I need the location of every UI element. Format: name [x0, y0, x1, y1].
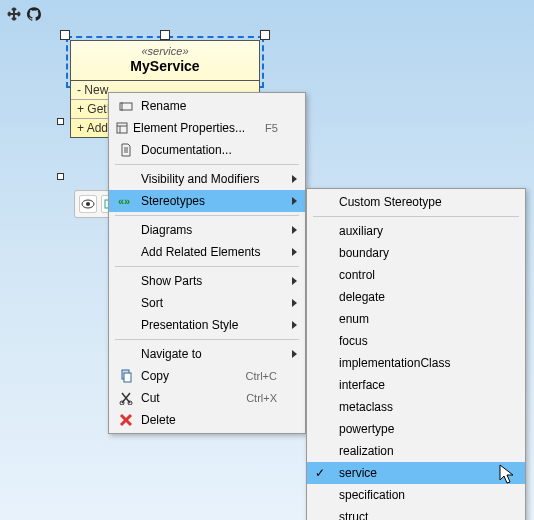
submenu-item-metaclass[interactable]: metaclass [307, 396, 525, 418]
icon-slot-empty [313, 330, 335, 352]
icon-slot-empty [313, 396, 335, 418]
submenu-arrow-icon [292, 248, 297, 256]
submenu-item-interface[interactable]: interface [307, 374, 525, 396]
menu-separator [115, 339, 299, 340]
submenu-item-powertype[interactable]: powertype [307, 418, 525, 440]
canvas-mini-toolbar [6, 6, 42, 22]
palette-eye-icon[interactable] [79, 195, 97, 213]
menu-item-add-related-elements[interactable]: Add Related Elements [109, 241, 305, 263]
resize-handle-ne[interactable] [260, 30, 270, 40]
submenu-item-boundary[interactable]: boundary [307, 242, 525, 264]
svg-rect-4 [117, 123, 127, 133]
submenu-item-implementationclass[interactable]: implementationClass [307, 352, 525, 374]
submenu-item-auxiliary[interactable]: auxiliary [307, 220, 525, 242]
menu-item-label: realization [339, 444, 497, 458]
menu-item-shortcut: Ctrl+C [246, 370, 277, 382]
submenu-item-custom-stereotype[interactable]: Custom Stereotype [307, 191, 525, 213]
menu-item-label: interface [339, 378, 497, 392]
icon-slot-empty [115, 292, 137, 314]
menu-item-label: auxiliary [339, 224, 497, 238]
menu-item-label: service [339, 466, 497, 480]
menu-item-rename[interactable]: Rename [109, 95, 305, 117]
menu-item-label: Stereotypes [141, 194, 277, 208]
submenu-arrow-icon [292, 277, 297, 285]
icon-slot-empty [115, 270, 137, 292]
menu-item-documentation[interactable]: Documentation... [109, 139, 305, 161]
menu-item-delete[interactable]: Delete [109, 409, 305, 431]
resize-handle-nw[interactable] [60, 30, 70, 40]
menu-item-label: boundary [339, 246, 497, 260]
icon-slot-empty [313, 418, 335, 440]
icon-slot-empty [115, 314, 137, 336]
menu-item-visibility-and-modifiers[interactable]: Visibility and Modifiers [109, 168, 305, 190]
menu-item-label: Visibility and Modifiers [141, 172, 277, 186]
menu-item-label: Sort [141, 296, 277, 310]
submenu-arrow-icon [292, 299, 297, 307]
icon-slot-empty [115, 343, 137, 365]
menu-item-element-properties[interactable]: Element Properties...F5 [109, 117, 305, 139]
context-menu: RenameElement Properties...F5Documentati… [108, 92, 306, 434]
stereo-icon: «» [115, 190, 137, 212]
menu-item-navigate-to[interactable]: Navigate to [109, 343, 305, 365]
submenu-item-service[interactable]: ✓service [307, 462, 525, 484]
menu-item-shortcut: F5 [265, 122, 278, 134]
menu-item-label: Presentation Style [141, 318, 277, 332]
resize-handle-w[interactable] [57, 118, 64, 125]
menu-separator [115, 266, 299, 267]
icon-slot-empty [115, 241, 137, 263]
icon-slot-empty [313, 242, 335, 264]
menu-item-label: focus [339, 334, 497, 348]
icon-slot-empty [115, 168, 137, 190]
move-icon[interactable] [6, 6, 22, 22]
resize-handle-n[interactable] [160, 30, 170, 40]
icon-slot-empty [313, 264, 335, 286]
menu-item-label: Add Related Elements [141, 245, 277, 259]
submenu-item-focus[interactable]: focus [307, 330, 525, 352]
delete-icon [115, 409, 137, 431]
submenu-item-struct[interactable]: struct [307, 506, 525, 520]
submenu-item-realization[interactable]: realization [307, 440, 525, 462]
menu-item-label: Copy [141, 369, 226, 383]
menu-item-diagrams[interactable]: Diagrams [109, 219, 305, 241]
submenu-item-specification[interactable]: specification [307, 484, 525, 506]
submenu-arrow-icon [292, 197, 297, 205]
menu-item-copy[interactable]: CopyCtrl+C [109, 365, 305, 387]
github-icon[interactable] [26, 6, 42, 22]
menu-item-label: Delete [141, 413, 277, 427]
menu-item-label: Show Parts [141, 274, 277, 288]
menu-item-label: specification [339, 488, 497, 502]
menu-item-label: struct [339, 510, 497, 520]
menu-item-stereotypes[interactable]: «»Stereotypes [109, 190, 305, 212]
doc-icon [115, 139, 137, 161]
menu-item-label: metaclass [339, 400, 497, 414]
submenu-item-enum[interactable]: enum [307, 308, 525, 330]
submenu-arrow-icon [292, 350, 297, 358]
menu-item-sort[interactable]: Sort [109, 292, 305, 314]
menu-item-presentation-style[interactable]: Presentation Style [109, 314, 305, 336]
submenu-arrow-icon [292, 321, 297, 329]
menu-item-shortcut: Ctrl+X [246, 392, 277, 404]
uml-title: «service» MyService [71, 41, 259, 81]
stereotypes-submenu: Custom Stereotypeauxiliaryboundarycontro… [306, 188, 526, 520]
svg-text:«»: «» [118, 195, 130, 207]
resize-handle-sw[interactable] [57, 173, 64, 180]
icon-slot-empty [313, 440, 335, 462]
menu-item-cut[interactable]: CutCtrl+X [109, 387, 305, 409]
icon-slot-empty [313, 352, 335, 374]
submenu-item-control[interactable]: control [307, 264, 525, 286]
submenu-item-delegate[interactable]: delegate [307, 286, 525, 308]
menu-item-label: Navigate to [141, 347, 277, 361]
menu-item-label: implementationClass [339, 356, 497, 370]
check-icon: ✓ [315, 466, 325, 480]
properties-icon [115, 117, 129, 139]
uml-stereotype: «service» [73, 45, 257, 57]
menu-item-label: Element Properties... [133, 121, 245, 135]
menu-item-label: control [339, 268, 497, 282]
menu-item-label: powertype [339, 422, 497, 436]
menu-item-show-parts[interactable]: Show Parts [109, 270, 305, 292]
menu-separator [313, 216, 519, 217]
uml-class-name: MyService [73, 58, 257, 74]
menu-separator [115, 215, 299, 216]
menu-item-label: Rename [141, 99, 277, 113]
menu-item-label: Custom Stereotype [339, 195, 497, 209]
